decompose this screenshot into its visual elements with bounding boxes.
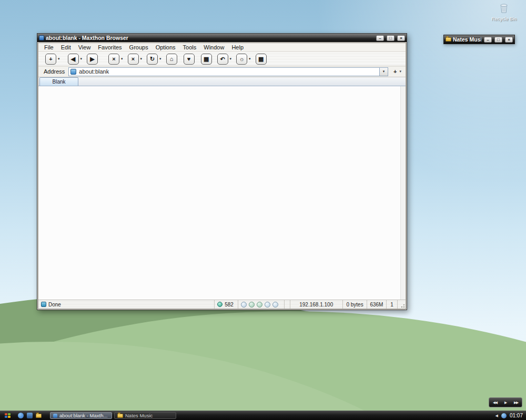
folder-task-icon	[117, 414, 123, 418]
taskbar-button-browser-label: about:blank - Maxth...	[59, 413, 107, 418]
status-spacer	[285, 300, 290, 309]
vertical-scrollbar[interactable]	[400, 86, 406, 300]
menu-edit[interactable]: Edit	[57, 44, 75, 51]
close-tab-dropdown-icon[interactable]: ▾	[140, 57, 143, 61]
maxthon-app-icon	[39, 35, 44, 40]
new-tab-dropdown-icon[interactable]: ▾	[58, 57, 60, 61]
recycle-bin[interactable]: Recycle Bin	[487, 2, 521, 22]
menu-tools[interactable]: Tools	[179, 44, 200, 51]
toolbar: + ▾ ◀ ▾ ▶ × ▾ × ▾ ↻ ▾ ⌂ ♥ ▦ ↶ ▾ ☼ ▾ ▦	[38, 52, 406, 66]
browser-body: File Edit View Favorites Groups Options …	[38, 43, 406, 309]
system-tray: ◀ 01:07	[495, 411, 526, 420]
stop-dropdown-icon[interactable]: ▾	[121, 57, 123, 61]
groups-button[interactable]: ▦	[201, 54, 212, 65]
media-play-button[interactable]: ▶	[503, 401, 508, 405]
quick-launch	[18, 413, 42, 418]
start-button[interactable]	[0, 411, 15, 420]
menu-file[interactable]: File	[41, 44, 57, 51]
back-dropdown-icon[interactable]: ▾	[80, 57, 83, 61]
address-value[interactable]: about:blank	[79, 68, 379, 75]
menu-window[interactable]: Window	[200, 44, 228, 51]
address-input[interactable]: about:blank ▾	[68, 67, 388, 76]
favorites-button[interactable]: ♥	[184, 54, 195, 65]
refresh-button[interactable]: ↻	[147, 54, 158, 65]
music-maximize-button[interactable]: □	[494, 37, 502, 43]
panels-button[interactable]: ▦	[256, 54, 267, 65]
music-window: Nates Music – □ ×	[443, 35, 515, 44]
status-counter-text: 582	[225, 302, 234, 308]
taskbar-clock: 01:07	[510, 413, 523, 418]
minimize-button[interactable]: –	[376, 35, 384, 41]
status-bytes: 0 bytes	[343, 300, 367, 309]
address-go-button[interactable]: +	[393, 68, 397, 75]
page-content	[38, 86, 406, 300]
status-page-number: 1	[387, 300, 398, 309]
window-title: about:blank - Maxthon Browser	[46, 35, 373, 41]
status-proxy-icon[interactable]	[241, 302, 247, 308]
plugins-dropdown-icon[interactable]: ▾	[249, 57, 251, 61]
menu-view[interactable]: View	[75, 44, 95, 51]
taskbar-button-music-label: Nates Music	[125, 413, 153, 418]
status-sound-icon[interactable]	[265, 302, 270, 308]
music-titlebar[interactable]: Nates Music – □ ×	[444, 35, 514, 44]
status-popup-blocker-icon[interactable]	[249, 302, 255, 308]
address-label: Address	[44, 68, 65, 75]
music-close-button[interactable]: ×	[505, 37, 513, 43]
browser-titlebar[interactable]: about:blank - Maxthon Browser – □ ×	[37, 34, 407, 42]
recycle-bin-icon	[499, 2, 509, 14]
stop-button[interactable]: ×	[108, 54, 119, 65]
tabbar: Blank	[38, 77, 406, 86]
status-done-text: Done	[48, 302, 61, 308]
browser-window: about:blank - Maxthon Browser – □ × File…	[37, 33, 407, 310]
statusbar: Done 582 192.168.1.100 0 bytes 636M 1	[38, 300, 406, 309]
status-memory: 636M	[367, 300, 387, 309]
maximize-button[interactable]: □	[387, 35, 394, 41]
address-dropdown-button[interactable]: ▾	[379, 68, 388, 76]
back-button[interactable]: ◀	[68, 54, 79, 65]
taskbar: about:blank - Maxth... Nates Music ◀ 01:…	[0, 411, 526, 420]
status-filter-icon[interactable]	[257, 302, 262, 308]
status-script-icon[interactable]	[272, 302, 278, 308]
new-tab-button[interactable]: +	[45, 54, 56, 65]
tray-app-icon[interactable]	[501, 413, 507, 418]
plugins-button[interactable]: ☼	[236, 54, 247, 65]
maxthon-task-icon	[53, 414, 57, 418]
internet-explorer-icon[interactable]	[18, 413, 24, 418]
home-button[interactable]: ⌂	[166, 54, 177, 65]
tab-blank[interactable]: Blank	[39, 77, 78, 86]
page-icon	[70, 69, 76, 75]
menu-help[interactable]: Help	[228, 44, 247, 51]
taskbar-button-music[interactable]: Nates Music	[114, 412, 176, 419]
status-icons-cell	[238, 300, 285, 309]
menu-favorites[interactable]: Favorites	[94, 44, 125, 51]
forward-button[interactable]: ▶	[87, 54, 98, 65]
undo-button[interactable]: ↶	[217, 54, 228, 65]
tray-collapse-icon[interactable]: ◀	[495, 414, 498, 418]
status-done-icon	[41, 302, 46, 307]
menu-options[interactable]: Options	[152, 44, 179, 51]
status-ip: 192.168.1.100	[290, 300, 343, 309]
maxthon-quicklaunch-icon[interactable]	[27, 413, 33, 418]
windows-flag-icon	[5, 413, 11, 418]
recycle-bin-label: Recycle Bin	[487, 16, 521, 22]
menubar: File Edit View Favorites Groups Options …	[38, 43, 406, 52]
close-tab-button[interactable]: ×	[128, 54, 139, 65]
media-previous-button[interactable]: ◀◀	[492, 401, 498, 405]
taskbar-button-browser[interactable]: about:blank - Maxth...	[50, 412, 112, 419]
taskbar-buttons: about:blank - Maxth... Nates Music	[50, 412, 176, 419]
address-options-dropdown-icon[interactable]: ▾	[399, 69, 401, 74]
status-counter-icon	[217, 302, 222, 307]
folder-icon	[446, 37, 451, 42]
resize-grip[interactable]	[398, 300, 406, 309]
close-button[interactable]: ×	[397, 35, 405, 41]
media-control-bar: ◀◀ ▶ ▶▶	[489, 397, 522, 407]
addressbar: Address about:blank ▾ + ▾	[38, 66, 406, 77]
refresh-dropdown-icon[interactable]: ▾	[159, 57, 161, 61]
menu-groups[interactable]: Groups	[126, 44, 152, 51]
music-window-title: Nates Music	[453, 36, 481, 43]
status-counter-cell: 582	[215, 300, 238, 309]
media-next-button[interactable]: ▶▶	[513, 401, 519, 405]
folder-quicklaunch-icon[interactable]	[36, 414, 42, 418]
music-minimize-button[interactable]: –	[484, 37, 492, 43]
undo-dropdown-icon[interactable]: ▾	[230, 57, 232, 61]
